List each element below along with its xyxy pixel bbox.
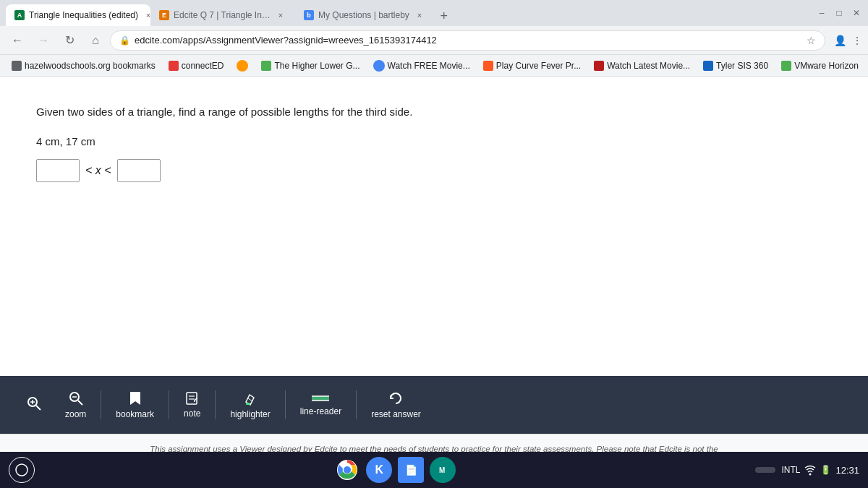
address-text: edcite.com/apps/AssignmentViewer?assigni… <box>135 35 802 46</box>
back-button[interactable]: ← <box>6 29 29 52</box>
svg-point-20 <box>809 474 812 476</box>
answer-input-left[interactable] <box>36 159 80 182</box>
minimize-button[interactable]: – <box>816 7 827 19</box>
bookmark-tyler[interactable]: Tyler SIS 360 <box>697 58 774 74</box>
note-label: note <box>184 408 200 419</box>
time-display: 12:31 <box>835 465 859 476</box>
bookmark-label-tyler: Tyler SIS 360 <box>716 61 768 71</box>
answer-input-right[interactable] <box>117 159 161 182</box>
svg-line-10 <box>248 398 252 401</box>
address-bar[interactable]: 🔒 edcite.com/apps/AssignmentViewer?assig… <box>110 30 825 51</box>
bookmark-watch-movie[interactable]: Watch FREE Movie... <box>367 57 476 74</box>
tab-favicon-2: E <box>159 10 169 20</box>
bookmark-icon-latest <box>594 61 604 71</box>
system-pill <box>755 467 775 473</box>
bookmark-higher-lower[interactable]: The Higher Lower G... <box>255 58 365 74</box>
question-text: Given two sides of a triangle, find a ra… <box>36 106 832 118</box>
svg-rect-11 <box>246 403 250 405</box>
k-taskbar-icon[interactable]: K <box>366 457 392 483</box>
taskbar: K 📄 M INTL 🔋 12:31 <box>0 452 868 488</box>
title-bar: A Triangle Inequalities (edited) × E Edc… <box>0 0 868 26</box>
bookmark-label-connected: connectED <box>182 61 224 71</box>
page-area: Given two sides of a triangle, find a ra… <box>0 77 868 488</box>
meet-taskbar-icon[interactable]: M <box>430 457 456 483</box>
menu-icon[interactable]: ⋮ <box>852 35 862 46</box>
tab-favicon-1: A <box>14 10 25 20</box>
less-than-x-less-than: < x < <box>85 164 111 177</box>
profile-icon[interactable]: 👤 <box>834 35 846 46</box>
svg-rect-12 <box>312 396 329 401</box>
new-tab-button[interactable]: + <box>434 6 454 26</box>
window-controls: – □ ✕ <box>816 7 862 19</box>
reset-answer-icon <box>388 390 404 406</box>
zoom-out-tool[interactable]: zoom <box>54 385 98 425</box>
bookmark-icon-watch <box>373 60 385 72</box>
toolbar-divider-1 <box>101 390 101 419</box>
zoom-in-icon <box>26 395 42 411</box>
svg-text:M: M <box>439 466 445 474</box>
line-reader-tool[interactable]: line-reader <box>289 388 353 422</box>
lock-icon: 🔒 <box>119 35 130 46</box>
bookmark-curve-fever[interactable]: Play Curve Fever Pr... <box>477 58 587 74</box>
svg-point-15 <box>16 464 27 476</box>
bookmark-connected[interactable]: connectED <box>163 58 230 74</box>
zoom-in-tool[interactable] <box>14 390 54 420</box>
forward-button[interactable]: → <box>32 29 55 52</box>
highlighter-icon <box>242 390 258 406</box>
bookmark-label-latest: Watch Latest Movie... <box>607 61 690 71</box>
bookmark-label-curve: Play Curve Fever Pr... <box>496 61 581 71</box>
tab-label-3: My Questions | bartleby <box>318 10 409 20</box>
bookmark-label-vmware: VMware Horizon <box>794 61 859 71</box>
bookmark-icon-tyler <box>703 61 713 71</box>
tab-triangle-edited[interactable]: A Triangle Inequalities (edited) × <box>6 4 150 26</box>
close-button[interactable]: ✕ <box>851 7 862 19</box>
bookmark-watch-latest[interactable]: Watch Latest Movie... <box>588 58 696 74</box>
home-button[interactable]: ⌂ <box>84 29 107 52</box>
svg-line-5 <box>78 401 82 405</box>
bookmark-hazelwood[interactable]: hazelwoodschools.org bookmarks <box>6 58 161 74</box>
intl-label: INTL <box>781 465 800 475</box>
start-button[interactable] <box>9 457 35 483</box>
bookmark-label-hazelwood: hazelwoodschools.org bookmarks <box>25 61 156 71</box>
reset-answer-tool[interactable]: reset answer <box>359 385 433 425</box>
line-reader-icon <box>312 393 329 403</box>
line-reader-label: line-reader <box>300 406 341 416</box>
note-tool[interactable]: note <box>172 385 212 424</box>
bookmark-tool[interactable]: bookmark <box>104 385 166 425</box>
reset-answer-label: reset answer <box>371 409 421 419</box>
inequality-row: < x < <box>36 159 832 182</box>
svg-rect-7 <box>187 393 197 404</box>
tab-close-2[interactable]: × <box>275 9 286 21</box>
tab-favicon-3: b <box>304 10 314 20</box>
bookmark-label-watch: Watch FREE Movie... <box>388 61 470 71</box>
refresh-button[interactable]: ↻ <box>58 29 81 52</box>
bookmark-icon-curve <box>483 61 493 71</box>
doc-taskbar-icon[interactable]: 📄 <box>398 457 424 483</box>
tab-close-1[interactable]: × <box>142 9 150 21</box>
bookmark-label-higher: The Higher Lower G... <box>274 61 359 71</box>
tab-bar: A Triangle Inequalities (edited) × E Edc… <box>6 0 454 26</box>
sides-text: 4 cm, 17 cm <box>36 135 832 147</box>
taskbar-center: K 📄 M <box>35 457 755 483</box>
bookmark-icon-hazelwood <box>12 61 22 71</box>
star-icon[interactable]: ☆ <box>807 35 816 46</box>
bookmark-vmware[interactable]: VMware Horizon <box>775 58 864 74</box>
bottom-toolbar: zoom bookmark <box>0 376 868 434</box>
chrome-taskbar-icon[interactable] <box>334 457 360 483</box>
bookmark-icon-connected <box>169 61 179 71</box>
bookmark-orange[interactable] <box>231 57 254 74</box>
tab-edcite[interactable]: E Edcite Q 7 | Triangle Inequalities × <box>150 4 295 26</box>
highlighter-tool[interactable]: highlighter <box>218 385 281 425</box>
tab-label-1: Triangle Inequalities (edited) <box>29 10 138 20</box>
taskbar-right: INTL 🔋 12:31 <box>755 464 859 476</box>
bookmark-icon <box>129 390 142 406</box>
browser-window: A Triangle Inequalities (edited) × E Edc… <box>0 0 868 488</box>
tab-bartleby[interactable]: b My Questions | bartleby × <box>295 4 434 26</box>
tab-close-3[interactable]: × <box>414 9 425 21</box>
wifi-icon <box>804 464 816 476</box>
bookmark-icon-vmware <box>781 61 791 71</box>
battery-icon: 🔋 <box>820 465 831 475</box>
system-tray: INTL 🔋 12:31 <box>781 464 859 476</box>
maximize-button[interactable]: □ <box>833 7 845 19</box>
svg-point-17 <box>344 466 351 474</box>
